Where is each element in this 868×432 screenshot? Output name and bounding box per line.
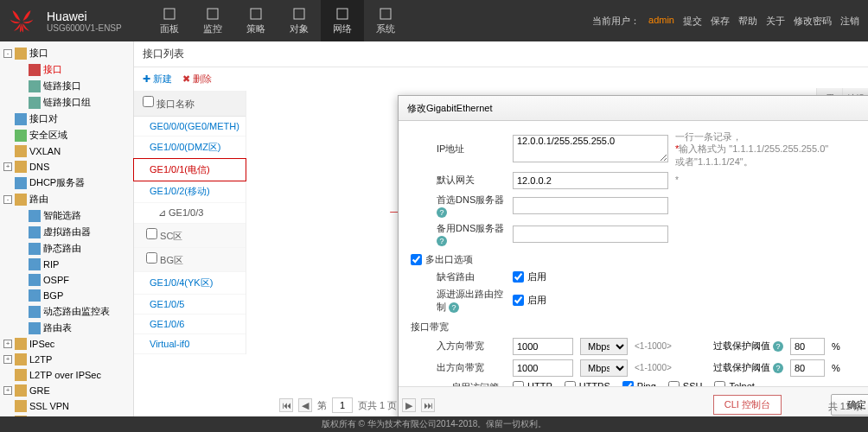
bandwidth-section: 接口带宽 (411, 321, 868, 334)
label-out-bw: 出方向带宽 (411, 361, 506, 374)
ip-input[interactable]: 12.0.0.1/255.255.255.0 (513, 135, 668, 162)
page-next-icon[interactable]: ▶ (402, 398, 416, 412)
nav-策略[interactable]: 策略 (234, 0, 278, 41)
tree-接口[interactable]: -接口 (0, 45, 133, 61)
help-icon[interactable]: ? (437, 207, 447, 218)
interface-list: 接口名称 GE0/0/0(GE0/METH)GE1/0/0(DMZ区)GE1/0… (134, 91, 246, 354)
nav-监控[interactable]: 监控 (191, 0, 234, 41)
in-bw-input[interactable] (513, 338, 573, 355)
tree-安全区域[interactable]: 安全区域 (0, 127, 133, 143)
src-route-enable[interactable]: 启用 (513, 294, 546, 307)
iface-row[interactable]: ⊿ GE1/0/3 (134, 203, 246, 224)
tree-静态路由[interactable]: 静态路由 (0, 240, 133, 257)
shield-icon (15, 130, 27, 142)
panel-title: 接口列表 (134, 41, 868, 67)
toplink-保存[interactable]: 保存 (711, 15, 730, 28)
nav-面板[interactable]: 面板 (148, 0, 191, 41)
tree-L2TP over IPSec[interactable]: L2TP over IPSec (0, 367, 133, 383)
delete-button[interactable]: ✖ 删除 (182, 73, 212, 86)
port-icon (29, 64, 41, 76)
folder-icon (15, 353, 27, 365)
tree-SSL VPN[interactable]: SSL VPN (0, 398, 133, 414)
nav-对象[interactable]: 对象 (278, 0, 321, 41)
tree-DNS[interactable]: +DNS (0, 159, 133, 175)
page-prev-icon[interactable]: ◀ (298, 398, 312, 412)
toplink-提交[interactable]: 提交 (683, 15, 702, 28)
iface-row[interactable]: GE1/0/0(DMZ区) (134, 137, 246, 159)
dns1-input[interactable] (513, 197, 668, 214)
out-bw-input[interactable] (513, 359, 573, 377)
tree-接口[interactable]: 接口 (0, 61, 133, 78)
tree-OSPF[interactable]: OSPF (0, 272, 133, 288)
help-icon[interactable]: ? (449, 302, 459, 313)
folder-icon (15, 338, 27, 350)
tree-链路接口组[interactable]: 链路接口组 (0, 94, 133, 111)
svg-rect-4 (337, 9, 348, 19)
page-last-icon[interactable]: ⏭ (421, 398, 435, 412)
folder-icon (15, 194, 27, 206)
in-bw-unit[interactable]: Mbps (580, 338, 628, 355)
default-route-enable[interactable]: 启用 (513, 270, 546, 283)
tree-L2TP[interactable]: +L2TP (0, 352, 133, 367)
tree-路由[interactable]: -路由 (0, 191, 133, 207)
cli-console-button[interactable]: CLI 控制台 (713, 395, 782, 415)
folder-icon (15, 369, 27, 381)
label-out-thresh: 过载保护阈值 ? (713, 361, 783, 374)
iface-row[interactable]: Virtual-if0 (134, 334, 246, 354)
tree-虚拟路由器[interactable]: 虚拟路由器 (0, 224, 133, 240)
tree-动态路由监控表[interactable]: 动态路由监控表 (0, 303, 133, 320)
left-sidebar[interactable]: -接口接口链路接口链路接口组接口对安全区域VXLAN+DNSDHCP服务器-路由… (0, 41, 134, 432)
iface-row[interactable]: SC区 (134, 224, 246, 248)
col-header-name: 接口名称 (134, 91, 246, 117)
toplink-注销[interactable]: 注销 (840, 15, 859, 28)
ip-hint: 一行一条记录，*输入格式为 "1.1.1.1/255.255.255.0"或者"… (675, 130, 828, 168)
new-button[interactable]: ✚ 新建 (143, 73, 172, 86)
dns2-input[interactable] (513, 226, 668, 243)
toplink-关于[interactable]: 关于 (766, 15, 785, 28)
tree-接口对[interactable]: 接口对 (0, 111, 133, 127)
toplink-修改密码[interactable]: 修改密码 (794, 15, 832, 28)
tree-路由表[interactable]: 路由表 (0, 320, 133, 336)
label-dns1: 首选DNS服务器 ? (411, 194, 506, 218)
iface-row[interactable]: BG区 (134, 248, 246, 272)
edit-interface-dialog: 修改GigabitEthernet× IP地址 12.0.0.1/255.255… (398, 95, 868, 423)
in-thresh-input[interactable] (790, 338, 825, 355)
page-input[interactable] (332, 397, 353, 413)
out-bw-unit[interactable]: Mbps (580, 359, 628, 377)
iface-row[interactable]: GE1/0/2(移动) (134, 181, 246, 203)
iface-row[interactable]: GE1/0/5 (134, 295, 246, 314)
out-thresh-input[interactable] (790, 359, 825, 377)
toplink-帮助[interactable]: 帮助 (738, 15, 757, 28)
tree-GRE[interactable]: +GRE (0, 383, 133, 398)
nav-网络[interactable]: 网络 (321, 0, 364, 41)
iface-row[interactable]: GE0/0/0(GE0/METH) (134, 117, 246, 137)
help-icon[interactable]: ? (773, 363, 783, 373)
select-all-checkbox[interactable] (143, 96, 154, 107)
tree-BGP[interactable]: BGP (0, 288, 133, 303)
tree-智能选路[interactable]: 智能选路 (0, 207, 133, 224)
multi-exit-checkbox[interactable]: 多出口选项 (411, 253, 473, 266)
iface-row[interactable]: GE1/0/4(YK区) (134, 272, 246, 295)
tree-VXLAN[interactable]: VXLAN (0, 143, 133, 159)
folder-icon (15, 161, 27, 173)
iface-row[interactable]: GE1/0/6 (134, 314, 246, 334)
svg-rect-1 (207, 9, 218, 19)
tree-RIP[interactable]: RIP (0, 257, 133, 272)
gateway-input[interactable] (513, 172, 668, 189)
tree-DHCP服务器[interactable]: DHCP服务器 (0, 175, 133, 191)
link-icon (29, 97, 41, 109)
row-count: 共 11 条 (828, 400, 863, 413)
svg-rect-3 (294, 9, 304, 19)
tree-IPSec[interactable]: +IPSec (0, 336, 133, 352)
help-icon[interactable]: ? (437, 236, 447, 246)
content-area: 接口列表 ✚ 新建 ✖ 删除 接口名称 GE0/0/0(GE0/METH)GE1… (134, 41, 868, 432)
svg-rect-2 (251, 9, 261, 19)
page-first-icon[interactable]: ⏮ (279, 398, 293, 412)
label-dns2: 备用DNS服务器 ? (411, 222, 506, 246)
top-links: 当前用户： admin 提交保存帮助关于修改密码注销 (592, 15, 859, 28)
help-icon[interactable]: ? (773, 341, 783, 352)
folder-icon (15, 48, 27, 60)
nav-系统[interactable]: 系统 (364, 0, 407, 41)
iface-row[interactable]: GE1/0/1(电信) (133, 158, 246, 181)
tree-链路接口[interactable]: 链路接口 (0, 78, 133, 94)
